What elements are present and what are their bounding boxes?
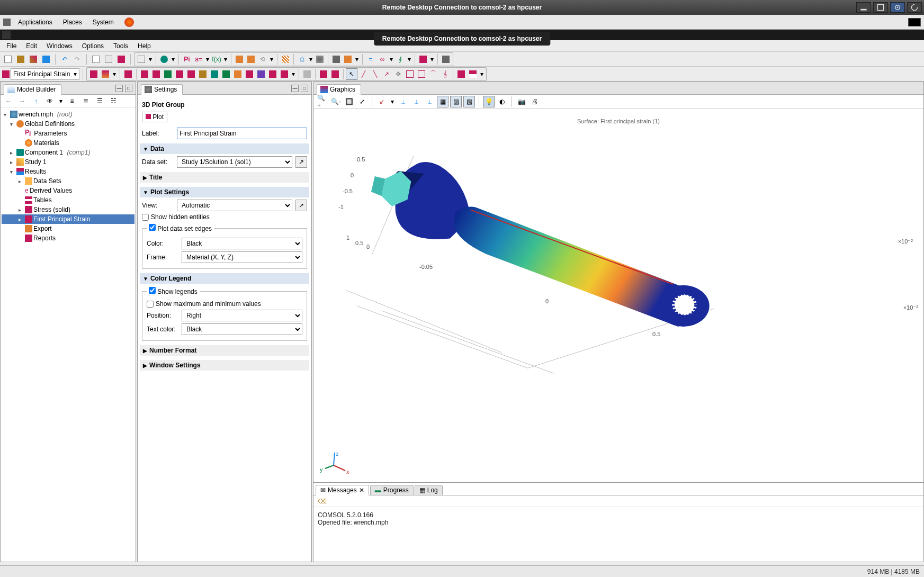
close-icon[interactable]: ✕ bbox=[359, 486, 364, 494]
forward-icon[interactable]: → bbox=[16, 95, 28, 107]
menu-file[interactable]: File bbox=[2, 41, 21, 51]
back-icon[interactable]: ← bbox=[3, 95, 14, 107]
collapse-icon[interactable]: ≡ bbox=[66, 95, 78, 107]
up-icon[interactable]: ↑ bbox=[30, 95, 42, 107]
expand-icon[interactable]: ≣ bbox=[80, 95, 92, 107]
arrow-vol-icon[interactable] bbox=[162, 68, 174, 80]
slice-icon[interactable] bbox=[122, 68, 134, 80]
gnome-apps-menu[interactable]: Applications bbox=[15, 17, 56, 27]
show-legends-checkbox[interactable] bbox=[149, 287, 156, 294]
rdp-minimize-button[interactable] bbox=[856, 2, 871, 13]
zoom-out-icon[interactable]: 🔍- bbox=[330, 96, 342, 107]
tree-derived-values[interactable]: Derived Values bbox=[30, 187, 72, 194]
label-input[interactable] bbox=[177, 128, 307, 139]
pi-icon[interactable]: Pi bbox=[181, 53, 193, 65]
menu-options[interactable]: Options bbox=[78, 41, 108, 51]
princ-stress-icon[interactable] bbox=[209, 68, 220, 80]
contour-icon[interactable] bbox=[150, 68, 162, 80]
frame-select[interactable]: Material (X, Y, Z) bbox=[182, 251, 302, 263]
link-icon[interactable]: ⟲ bbox=[257, 53, 268, 65]
color-select[interactable]: Black bbox=[182, 238, 302, 249]
model-wizard-icon[interactable] bbox=[115, 53, 127, 65]
section-title-header[interactable]: Title bbox=[149, 174, 162, 181]
scene-light-icon[interactable] bbox=[301, 68, 313, 80]
results-icon[interactable] bbox=[330, 53, 342, 65]
plane-icon[interactable] bbox=[318, 68, 329, 80]
chevron-down-icon[interactable]: ▾ bbox=[429, 56, 435, 63]
tree-reports[interactable]: Reports bbox=[33, 235, 56, 242]
graphics-canvas[interactable]: Surface: First principal strain (1) bbox=[313, 109, 923, 482]
plot-group-combo[interactable]: First Principal Strain ▾ bbox=[11, 68, 79, 80]
tree-first-principal-strain[interactable]: First Principal Strain bbox=[33, 215, 90, 223]
arc-icon[interactable]: ⌒ bbox=[427, 68, 439, 80]
label-icon[interactable]: 𝄞 bbox=[439, 68, 451, 80]
plot-button[interactable]: Plot bbox=[142, 112, 167, 122]
maximize-panel-button[interactable]: □ bbox=[125, 85, 132, 92]
menu-windows[interactable]: Windows bbox=[42, 41, 77, 51]
function-icon[interactable]: f(x) bbox=[211, 53, 222, 65]
goto-view-button[interactable]: ↗ bbox=[295, 200, 307, 211]
tree-materials[interactable]: Materials bbox=[33, 139, 59, 147]
graphics-tab[interactable]: Graphics bbox=[330, 86, 355, 93]
menu-help[interactable]: Help bbox=[133, 41, 155, 51]
grid-icon[interactable] bbox=[234, 53, 245, 65]
volume-plot-icon[interactable] bbox=[100, 68, 111, 80]
export-icon[interactable] bbox=[440, 53, 452, 65]
paste-icon[interactable] bbox=[103, 53, 114, 65]
go-default-view-icon[interactable]: ↙ bbox=[376, 96, 388, 107]
table-icon[interactable] bbox=[467, 68, 479, 80]
zoom-in-icon[interactable]: 🔍+ bbox=[317, 96, 328, 107]
section-data-header[interactable]: Data bbox=[150, 145, 164, 152]
chevron-down-icon[interactable]: ▾ bbox=[389, 98, 396, 105]
app-system-button[interactable] bbox=[2, 31, 11, 39]
view-select[interactable]: Automatic bbox=[177, 200, 292, 211]
undo-icon[interactable]: ↶ bbox=[59, 53, 70, 65]
tree-parameters[interactable]: Parameters bbox=[34, 130, 67, 137]
xy-view-icon[interactable]: ⟂ bbox=[397, 96, 409, 107]
dataset-select[interactable]: Study 1/Solution 1 (sol1) bbox=[177, 156, 292, 168]
show-icon[interactable]: 👁 bbox=[44, 95, 56, 107]
settings-tab[interactable]: Settings bbox=[154, 86, 177, 93]
rdp-restore-button[interactable] bbox=[873, 2, 888, 13]
menu-tools[interactable]: Tools bbox=[109, 41, 132, 51]
chevron-down-icon[interactable]: ▾ bbox=[308, 56, 314, 63]
new-icon[interactable] bbox=[2, 53, 14, 65]
taskbar-terminal-icon[interactable] bbox=[908, 18, 921, 26]
gear-icon[interactable] bbox=[314, 53, 326, 65]
rect2-icon[interactable] bbox=[416, 68, 427, 80]
render-mode-icon[interactable]: ▧ bbox=[463, 96, 475, 107]
log-tab[interactable]: ▦Log bbox=[415, 485, 443, 495]
annot-icon[interactable] bbox=[255, 68, 267, 80]
pan-icon[interactable]: ✥ bbox=[392, 68, 404, 80]
chevron-down-icon[interactable]: ▾ bbox=[479, 70, 485, 78]
goto-source-button[interactable]: ↗ bbox=[295, 156, 307, 168]
particle-icon[interactable] bbox=[220, 68, 232, 80]
rdp-settings-button[interactable] bbox=[890, 2, 905, 13]
progress-tab[interactable]: ▬Progress bbox=[370, 485, 414, 495]
yz-view-icon[interactable]: ⟂ bbox=[410, 96, 422, 107]
variable-icon[interactable]: a= bbox=[193, 53, 204, 65]
model-builder-tab[interactable]: Model Builder bbox=[17, 86, 56, 93]
surface-plot-icon[interactable] bbox=[88, 68, 100, 80]
mesh-icon[interactable] bbox=[280, 53, 291, 65]
tree-root[interactable]: wrench.mph bbox=[19, 111, 53, 118]
plot-now-icon[interactable] bbox=[455, 68, 467, 80]
arrow-surf-icon[interactable] bbox=[174, 68, 185, 80]
zoom-extents-icon[interactable]: ⤢ bbox=[356, 96, 368, 107]
chevron-down-icon[interactable]: ▾ bbox=[222, 56, 229, 63]
tree-global-definitions[interactable]: Global Definitions bbox=[25, 120, 75, 128]
transparency-icon[interactable]: ◐ bbox=[496, 96, 508, 107]
chevron-down-icon[interactable]: ▾ bbox=[111, 70, 118, 78]
tree-export[interactable]: Export bbox=[33, 225, 52, 232]
tree-data-sets[interactable]: Data Sets bbox=[33, 177, 61, 185]
xz-view-icon[interactable]: ⟂ bbox=[424, 96, 435, 107]
redo-icon[interactable]: ↷ bbox=[71, 53, 83, 65]
arrow-icon[interactable]: ↗ bbox=[381, 68, 392, 80]
line2-icon[interactable]: ╲ bbox=[369, 68, 381, 80]
section-number-format-header[interactable]: Number Format bbox=[149, 347, 196, 354]
save-icon[interactable] bbox=[40, 53, 52, 65]
firefox-icon[interactable] bbox=[124, 17, 134, 27]
chevron-down-icon[interactable]: ▾ bbox=[58, 97, 64, 105]
select-arrow-icon[interactable]: ↖ bbox=[346, 68, 357, 80]
chevron-down-icon[interactable]: ▾ bbox=[268, 56, 275, 63]
